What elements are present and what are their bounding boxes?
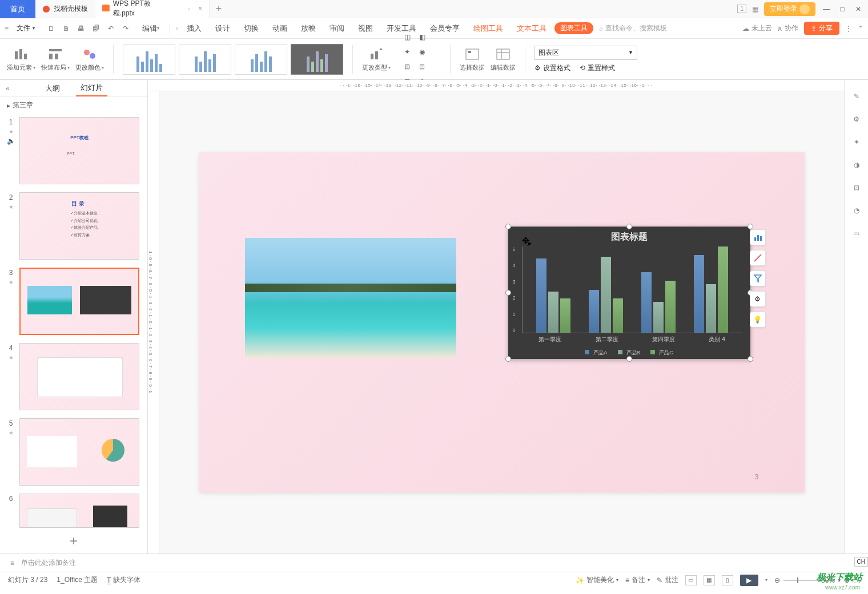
- save-icon[interactable]: 🗋: [46, 23, 57, 34]
- tool-icon-4[interactable]: ◉: [416, 46, 428, 58]
- more-icon[interactable]: ⋮: [845, 25, 852, 33]
- animation-pane-icon[interactable]: ✦: [850, 136, 863, 148]
- minimize-icon[interactable]: —: [821, 4, 831, 14]
- add-tab-button[interactable]: +: [210, 3, 228, 15]
- scroll-left-icon[interactable]: ‹: [175, 25, 179, 31]
- layout-icon[interactable]: 1: [737, 5, 746, 13]
- resize-handle-se[interactable]: [748, 356, 753, 362]
- slides-tab[interactable]: 幻灯片: [76, 80, 107, 96]
- text-tools[interactable]: 文本工具: [511, 18, 552, 39]
- tab-menu-icon[interactable]: ▫: [188, 5, 190, 13]
- slide-thumb-6[interactable]: 6: [6, 494, 142, 528]
- selection-pane-icon[interactable]: ⊡: [850, 181, 863, 194]
- outline-tab[interactable]: 大纲: [41, 81, 65, 96]
- chart-title[interactable]: 图表标题: [508, 227, 750, 248]
- chart-settings-icon[interactable]: ⚙: [750, 291, 766, 307]
- thumbnails-list[interactable]: 1★ 🔈 PPT教程.PPT 2★ 目 录 ✓介绍基本信息✓介绍公司优化✓体验介…: [0, 114, 147, 528]
- tool-icon-5[interactable]: ⊟: [401, 60, 413, 73]
- resize-handle-n[interactable]: [626, 224, 632, 229]
- chart-element-selector[interactable]: 图表区 ▼: [535, 46, 637, 60]
- chart-filter-icon[interactable]: [750, 270, 766, 286]
- chart-style-4[interactable]: [291, 44, 343, 75]
- close-window-icon[interactable]: ✕: [853, 4, 863, 14]
- add-element-button[interactable]: 添加元素: [7, 46, 35, 72]
- drawing-tools[interactable]: 绘图工具: [468, 18, 509, 39]
- history-pane-icon[interactable]: ◔: [850, 204, 863, 217]
- insert-menu[interactable]: 插入: [181, 18, 207, 39]
- apps-icon[interactable]: ▦: [752, 5, 758, 13]
- missing-fonts[interactable]: T̲缺失字体: [107, 575, 140, 585]
- search-box[interactable]: ⌕ 查找命令、搜索模板: [599, 23, 667, 33]
- menu-icon[interactable]: ≡: [5, 25, 9, 33]
- share-button[interactable]: ⇪分享: [804, 22, 839, 35]
- notes-bar[interactable]: ≡ 单击此处添加备注: [0, 553, 868, 572]
- tool-icon-1[interactable]: ◫: [401, 31, 413, 43]
- section-header[interactable]: ▸ 第三章: [0, 97, 147, 114]
- help-pane-icon[interactable]: ▭: [850, 227, 863, 240]
- remarks-button[interactable]: ≡备注▾: [625, 575, 650, 585]
- beach-image[interactable]: [245, 238, 456, 358]
- zoom-slider[interactable]: [783, 580, 818, 581]
- beautify-button[interactable]: ✨智能美化▾: [576, 575, 618, 585]
- design-menu[interactable]: 设计: [210, 18, 236, 39]
- resize-handle-sw[interactable]: [505, 356, 511, 362]
- tool-icon-3[interactable]: ✦: [401, 46, 413, 58]
- collapse-panel-icon[interactable]: «: [6, 84, 10, 92]
- edit-data-button[interactable]: 编辑数据: [491, 46, 516, 72]
- chart-object[interactable]: 图表标题 012345 第一季度第二季度第四季度类别 4: [508, 227, 750, 359]
- tool-icon-6[interactable]: ⊡: [416, 60, 428, 73]
- resize-handle-ne[interactable]: [748, 224, 753, 229]
- slideshow-button[interactable]: ▶: [740, 575, 758, 586]
- reset-style-button[interactable]: ⟲重置样式: [580, 63, 615, 73]
- design-pane-icon[interactable]: ✎: [850, 90, 863, 103]
- change-color-button[interactable]: 更改颜色: [75, 46, 104, 72]
- edit-menu[interactable]: 编辑: [136, 18, 165, 39]
- sorter-view-icon[interactable]: ▦: [704, 575, 715, 585]
- transition-pane-icon[interactable]: ◑: [850, 159, 863, 171]
- tool-icon-2[interactable]: ◧: [416, 31, 428, 43]
- canvas-viewport[interactable]: 图表标题 012345 第一季度第二季度第四季度类别 4: [159, 91, 844, 553]
- chart-elements-icon[interactable]: [750, 229, 766, 245]
- chart-styles-icon[interactable]: [750, 250, 766, 266]
- slide-thumb-4[interactable]: 4★: [6, 343, 142, 410]
- settings-pane-icon[interactable]: ⚙: [850, 113, 863, 126]
- coop-button[interactable]: ጰ协作: [778, 23, 798, 33]
- slide-thumb-3[interactable]: 3★: [6, 268, 142, 335]
- tab-document[interactable]: WPS PPT教程.pptx ▫ ×: [95, 0, 210, 18]
- print-icon[interactable]: 🖶: [76, 23, 86, 34]
- print-preview-icon[interactable]: 🗐: [91, 23, 101, 34]
- tab-template[interactable]: 找稻壳模板: [35, 0, 95, 18]
- quick-layout-button[interactable]: 快速布局: [41, 46, 70, 72]
- collapse-ribbon-icon[interactable]: ⌃: [858, 25, 863, 33]
- chart-style-2[interactable]: [179, 44, 231, 75]
- redo-icon[interactable]: ↷: [120, 23, 131, 34]
- review-menu[interactable]: 审阅: [324, 18, 350, 39]
- chart-style-1[interactable]: [123, 44, 175, 75]
- maximize-icon[interactable]: □: [837, 4, 847, 14]
- animation-menu[interactable]: 动画: [267, 18, 293, 39]
- tab-home[interactable]: 首页: [0, 0, 35, 18]
- resize-handle-w[interactable]: [505, 290, 511, 296]
- transition-menu[interactable]: 切换: [238, 18, 264, 39]
- chart-ideas-icon[interactable]: 💡: [750, 312, 766, 328]
- slideshow-menu[interactable]: 放映: [295, 18, 322, 39]
- slide-thumb-5[interactable]: 5★: [6, 418, 142, 486]
- set-format-button[interactable]: ⚙设置格式: [535, 63, 570, 73]
- close-icon[interactable]: ×: [198, 5, 202, 13]
- file-menu[interactable]: 文件▾: [11, 23, 41, 33]
- slide-thumb-2[interactable]: 2★ 目 录 ✓介绍基本信息✓介绍公司优化✓体验介绍产品✓宣传方案: [6, 192, 142, 260]
- resize-handle-s[interactable]: [626, 356, 632, 362]
- change-type-button[interactable]: 更改类型: [362, 46, 391, 72]
- add-slide-button[interactable]: +: [0, 528, 147, 553]
- zoom-out-icon[interactable]: ⊖: [774, 576, 780, 584]
- sync-status[interactable]: ☁未上云: [742, 23, 772, 33]
- chart-style-3[interactable]: [235, 44, 287, 75]
- select-data-button[interactable]: 选择数据: [460, 46, 485, 72]
- slide-thumb-1[interactable]: 1★ 🔈 PPT教程.PPT: [6, 117, 142, 184]
- normal-view-icon[interactable]: ▭: [685, 575, 697, 585]
- view-menu[interactable]: 视图: [352, 18, 379, 39]
- resize-handle-nw[interactable]: [505, 224, 511, 229]
- slide-canvas[interactable]: 图表标题 012345 第一季度第二季度第四季度类别 4: [199, 152, 805, 492]
- save-as-icon[interactable]: 🗎: [61, 23, 71, 34]
- login-button[interactable]: 立即登录: [764, 2, 815, 16]
